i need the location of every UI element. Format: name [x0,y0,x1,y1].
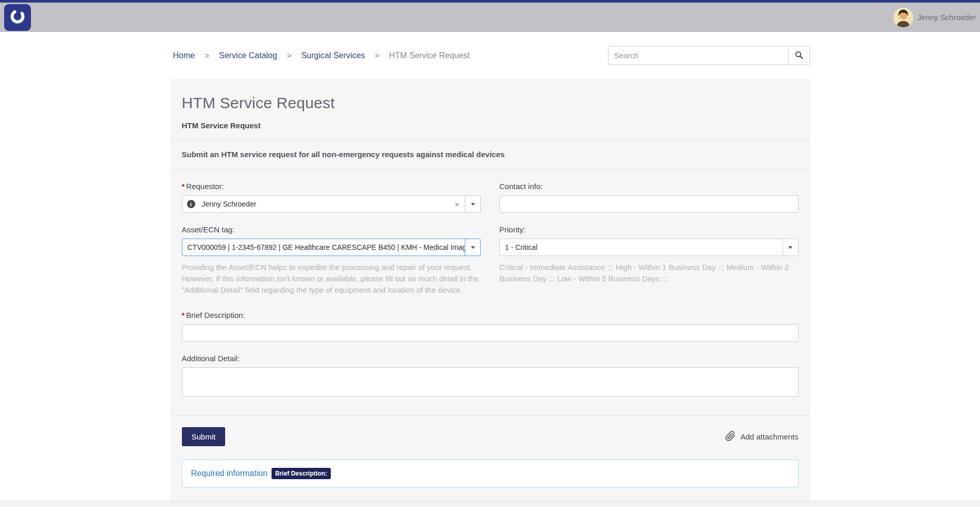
app-logo[interactable] [4,4,31,31]
page-title: HTM Service Request [182,94,799,112]
chevron-down-icon [471,246,475,249]
asset-tag-select[interactable]: CTV000059 | 1-2345-67892 | GE Healthcare… [182,239,481,256]
asset-tag-value: CTV000059 | 1-2345-67892 | GE Healthcare… [182,239,465,256]
asset-tag-dropdown-button[interactable] [465,239,480,256]
service-request-card: HTM Service Request HTM Service Request … [171,79,810,501]
asset-tag-label: Asset/ECN tag: [182,225,481,234]
clear-icon[interactable]: × [449,196,465,212]
requestor-label: *Requestor: [182,182,481,191]
search-group [608,46,810,65]
avatar [893,8,913,27]
user-name: Jenny Schroeder [918,13,976,22]
requestor-combobox[interactable]: i Jenny Schroeder × [182,195,481,213]
breadcrumb-item-home[interactable]: Home [173,51,195,60]
page: Jenny Schroeder Home > Service Catalog >… [0,0,980,507]
priority-help-text: Critical - Immediate Assistance ::: High… [499,262,799,284]
requestor-value: Jenny Schroeder [200,196,450,212]
add-attachments-label: Add attachments [740,432,799,441]
breadcrumb-item-surgical-services[interactable]: Surgical Services [301,51,365,60]
paperclip-icon [725,431,736,443]
required-field-badge: Brief Description: [272,468,331,479]
required-info-box: Required information Brief Description: [182,460,799,487]
required-marker: * [182,311,185,319]
page-subtitle: HTM Service Request [182,121,799,130]
form-body: *Requestor: i Jenny Schroeder × Contact … [171,168,809,415]
required-info-label: Required information [191,469,268,478]
submit-button[interactable]: Submit [182,427,226,446]
breadcrumb: Home > Service Catalog > Surgical Servic… [171,51,470,60]
card-header: HTM Service Request HTM Service Request [171,80,809,140]
brief-description-input[interactable] [182,324,799,342]
additional-detail-textarea[interactable] [182,367,799,397]
contact-info-input[interactable] [499,195,799,213]
search-button[interactable] [788,46,810,65]
footer: Copyright 2017 - Connectiv, Inc. - All r… [0,501,980,507]
requestor-dropdown-button[interactable] [465,196,480,212]
search-icon [795,50,803,61]
contact-info-label: Contact info: [499,182,799,191]
breadcrumb-separator: > [375,51,379,60]
priority-label: Priority: [499,225,799,234]
breadcrumb-separator: > [287,51,292,60]
priority-dropdown-button[interactable] [783,239,798,256]
breadcrumb-separator: > [205,51,209,60]
brand-logo-icon [8,7,27,28]
form-description: Submit an HTM service request for all no… [171,140,809,168]
brief-description-label: *Brief Description: [182,311,799,319]
form-actions: Submit Add attachments [171,415,809,446]
info-icon[interactable]: i [182,196,200,212]
asset-tag-help-text: Providing the Asset/ECN helps to expedit… [182,262,481,295]
breadcrumb-item-service-catalog[interactable]: Service Catalog [219,51,277,60]
additional-detail-label: Additional Detail: [182,354,799,363]
breadcrumb-item-current: HTM Service Request [389,51,470,60]
chevron-down-icon [471,203,475,206]
add-attachments-button[interactable]: Add attachments [725,431,799,443]
user-menu[interactable]: Jenny Schroeder [893,8,976,27]
search-input[interactable] [608,46,788,65]
priority-select[interactable]: 1 - Critical [499,239,799,256]
priority-value: 1 - Critical [500,239,783,256]
top-bar: Jenny Schroeder [0,0,980,32]
breadcrumb-bar: Home > Service Catalog > Surgical Servic… [0,32,980,79]
required-marker: * [182,182,185,191]
chevron-down-icon [788,246,792,249]
